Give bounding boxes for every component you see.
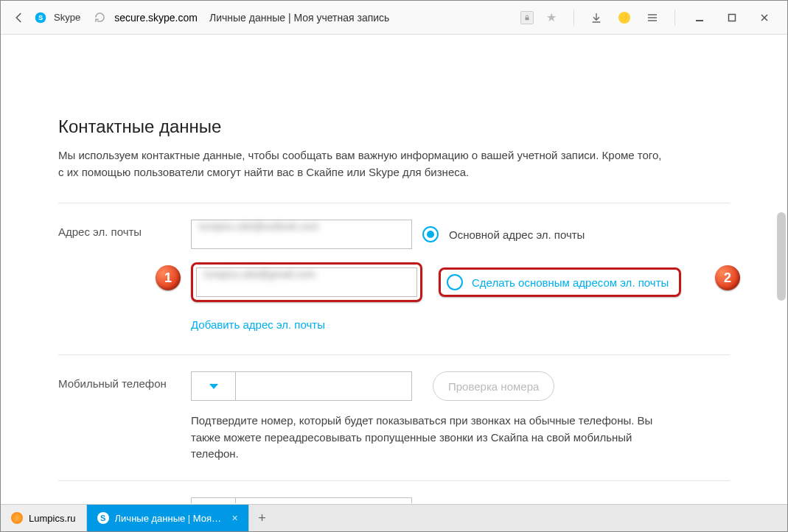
close-tab-icon[interactable]: ×: [231, 512, 237, 524]
page-title: Личные данные | Моя учетная запись: [209, 12, 389, 24]
chevron-down-icon: [209, 384, 218, 389]
home-phone-row: Домашний телефон: [58, 497, 730, 504]
divider: [58, 203, 730, 203]
downloads-icon[interactable]: [586, 7, 607, 28]
mobile-phone-input[interactable]: [235, 371, 412, 401]
mobile-phone-line: Проверка номера: [191, 371, 730, 401]
mobile-phone-row: Мобильный телефон Проверка номера Подтве…: [58, 371, 730, 463]
email-label: Адрес эл. почты: [58, 220, 191, 238]
email-row: Адрес эл. почты lumpics.site@outlook.com…: [58, 220, 730, 337]
add-email-link[interactable]: Добавить адрес эл. почты: [191, 318, 325, 331]
svg-rect-2: [526, 17, 529, 20]
window-close-button[interactable]: [752, 7, 777, 28]
mobile-phone-description: Подтвердите номер, который будет показыв…: [191, 413, 663, 463]
svg-rect-3: [696, 20, 703, 21]
back-button[interactable]: [11, 10, 27, 26]
divider: [58, 480, 730, 481]
primary-email-input[interactable]: lumpics.site@outlook.com: [191, 220, 412, 249]
scrollbar-thumb[interactable]: [777, 212, 786, 301]
mobile-country-select[interactable]: [191, 371, 235, 401]
browser-toolbar: S Skype secure.skype.com Личные данные |…: [1, 1, 787, 35]
browser-tabbar: Lumpics.ru S Личные данные | Моя уч × +: [1, 504, 787, 531]
callout-badge-2: 2: [715, 265, 740, 290]
new-tab-button[interactable]: +: [249, 505, 276, 531]
bookmark-star-icon[interactable]: ★: [541, 7, 562, 28]
make-primary-radio[interactable]: [447, 274, 463, 290]
primary-email-line: lumpics.site@outlook.com Основной адрес …: [191, 220, 730, 249]
primary-email-radio[interactable]: [422, 226, 439, 242]
highlight-radio-box: Сделать основным адресом эл. почты: [439, 267, 681, 297]
home-phone-input[interactable]: [235, 497, 412, 504]
svg-text:S: S: [38, 14, 43, 21]
svg-rect-4: [729, 14, 736, 21]
url-host: secure.skype.com: [114, 12, 198, 24]
address-bar[interactable]: secure.skype.com: [114, 12, 198, 24]
callout-badge-1: 1: [156, 265, 181, 290]
tab-skype-profile[interactable]: S Личные данные | Моя уч ×: [87, 505, 249, 531]
skype-favicon: S: [97, 512, 109, 524]
divider: [58, 354, 730, 355]
lumpics-favicon: [11, 512, 23, 524]
verify-number-button[interactable]: Проверка номера: [433, 371, 554, 401]
home-country-select[interactable]: [191, 497, 235, 504]
section-description: Мы используем контактные данные, чтобы с…: [58, 147, 663, 181]
home-phone-label: Домашний телефон: [58, 497, 191, 504]
page-content: Контактные данные Мы используем контактн…: [1, 35, 787, 503]
lock-icon[interactable]: [520, 11, 534, 24]
menu-icon[interactable]: [642, 7, 663, 28]
turbo-icon[interactable]: ⚡: [614, 7, 635, 28]
mobile-phone-label: Мобильный телефон: [58, 371, 191, 390]
reload-button[interactable]: [92, 10, 107, 25]
window-maximize-button[interactable]: [719, 7, 745, 28]
tab-lumpics[interactable]: Lumpics.ru: [1, 505, 87, 531]
primary-email-radio-label: Основной адрес эл. почты: [449, 228, 585, 241]
site-name: Skype: [54, 12, 80, 23]
highlight-input-box: lumpics.site@gmail.com: [191, 262, 422, 302]
make-primary-link[interactable]: Сделать основным адресом эл. почты: [472, 276, 669, 289]
secondary-email-line: 1 lumpics.site@gmail.com Сделать основны…: [191, 262, 730, 302]
home-phone-line: [191, 497, 730, 504]
secondary-email-input[interactable]: lumpics.site@gmail.com: [196, 267, 417, 297]
section-title: Контактные данные: [58, 116, 730, 137]
window-minimize-button[interactable]: [687, 7, 712, 28]
tab-label: Личные данные | Моя уч: [115, 513, 223, 524]
tab-label: Lumpics.ru: [29, 513, 76, 524]
skype-favicon: S: [35, 12, 46, 24]
